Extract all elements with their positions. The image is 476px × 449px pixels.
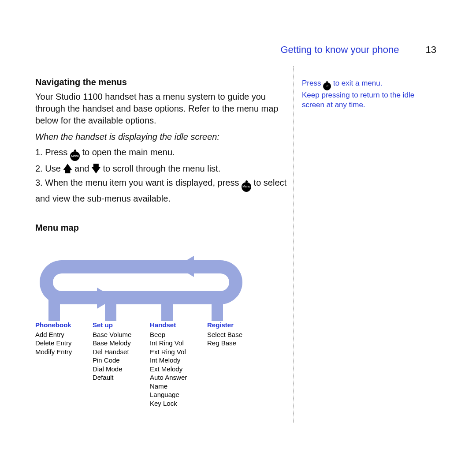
- step-1-text-a: 1. Press: [35, 147, 70, 157]
- navigating-heading: Navigating the menus: [35, 77, 289, 87]
- menu-col-register: Register Select Base Reg Base: [207, 321, 264, 408]
- menu-map-diagram: [35, 256, 269, 326]
- side-line1-a: Press: [302, 79, 323, 87]
- section-title: Getting to know your phone: [280, 44, 399, 56]
- step-1-text-b: to open the main menu.: [82, 147, 175, 157]
- menu-item: Add Entry: [35, 330, 93, 339]
- menu-col-phonebook: Phonebook Add Entry Delete Entry Modify …: [35, 321, 93, 408]
- exit-button-icon: ⏎: [323, 82, 331, 90]
- step-1: 1. Press Menu to open the main menu.: [35, 146, 289, 161]
- menu-item: Select Base: [207, 330, 264, 339]
- menu-item: Pin Code: [93, 356, 150, 365]
- menu-item: Default: [93, 373, 150, 382]
- menu-map-heading: Menu map: [35, 223, 289, 233]
- step-3: 3. When the menu item you want is displa…: [35, 176, 289, 205]
- down-arrow-icon: [92, 164, 100, 173]
- step-2-and: and: [74, 164, 92, 173]
- side-note: Press ⏎ to exit a menu. Keep pressing to…: [302, 79, 439, 110]
- menu-item: Language: [150, 390, 207, 399]
- column-divider: [293, 66, 294, 423]
- up-arrow-icon: [63, 164, 72, 173]
- main-column: Navigating the menus Your Studio 1100 ha…: [35, 77, 289, 236]
- svg-marker-0: [176, 256, 194, 277]
- menu-head: Register: [207, 321, 264, 329]
- side-line1-b: to exit a menu.: [333, 79, 383, 87]
- page-number: 13: [426, 44, 436, 56]
- menu-item: Beep: [150, 330, 207, 339]
- menu-item: Auto Answer: [150, 373, 207, 382]
- step-3-text-a: 3. When the menu item you want is displa…: [35, 178, 242, 187]
- menu-item: Name: [150, 382, 207, 391]
- menu-col-handset: Handset Beep Int Ring Vol Ext Ring Vol I…: [150, 321, 207, 408]
- manual-page: Getting to know your phone 13 Navigating…: [0, 0, 476, 449]
- svg-rect-5: [212, 300, 223, 321]
- menu-item: Int Melody: [150, 356, 207, 365]
- idle-screen-condition: When the handset is displaying the idle …: [35, 132, 289, 142]
- menu-col-setup: Set up Base Volume Base Melody Del Hands…: [93, 321, 150, 408]
- menu-button-icon: Menu: [242, 182, 251, 192]
- intro-paragraph: Your Studio 1100 handset has a menu syst…: [35, 91, 289, 127]
- svg-rect-3: [105, 300, 116, 321]
- svg-rect-4: [161, 300, 173, 321]
- menu-item: Del Handset: [93, 348, 150, 356]
- step-2-text-b: to scroll through the menu list.: [103, 164, 220, 173]
- menu-item: Base Melody: [93, 339, 150, 348]
- menu-item: Dial Mode: [93, 365, 150, 374]
- step-2-text-a: 2. Use: [35, 164, 63, 173]
- menu-item: Ext Ring Vol: [150, 348, 207, 356]
- menu-item: Key Lock: [150, 399, 207, 408]
- menu-map-columns: Phonebook Add Entry Delete Entry Modify …: [35, 321, 269, 408]
- menu-head: Phonebook: [35, 321, 93, 329]
- menu-head: Set up: [93, 321, 150, 329]
- svg-rect-2: [48, 300, 60, 321]
- menu-item: Int Ring Vol: [150, 339, 207, 348]
- menu-item: Modify Entry: [35, 348, 93, 356]
- menu-loop-icon: [35, 256, 256, 326]
- menu-button-icon: Menu: [70, 151, 80, 161]
- header-rule: [35, 62, 441, 62]
- menu-item: Delete Entry: [35, 339, 93, 348]
- menu-item: Reg Base: [207, 339, 264, 348]
- page-header: Getting to know your phone 13: [280, 44, 436, 56]
- step-2: 2. Use and to scroll through the menu li…: [35, 162, 289, 175]
- menu-item: Base Volume: [93, 330, 150, 339]
- side-line2: Keep pressing to return to the idle scre…: [302, 91, 414, 109]
- menu-item: Ext Melody: [150, 365, 207, 374]
- menu-head: Handset: [150, 321, 207, 329]
